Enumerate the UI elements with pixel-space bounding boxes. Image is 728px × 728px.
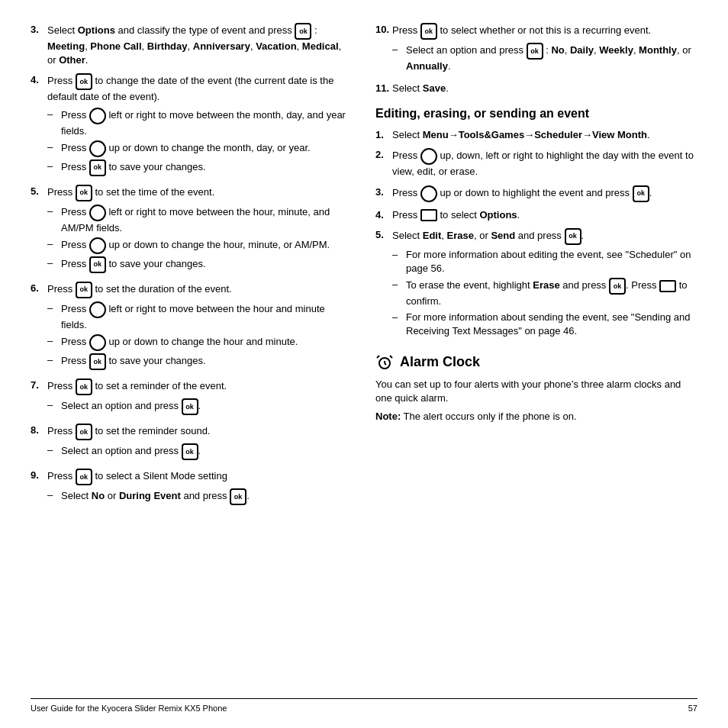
sub-content: Press up or down to change the hour and …: [61, 334, 353, 351]
sub-list-5: – Press left or right to move between th…: [47, 205, 353, 273]
item-num-3: 3.: [31, 23, 47, 67]
dash: –: [47, 353, 61, 367]
list-item-7: 7. Press ok to set a reminder of the eve…: [31, 378, 353, 417]
sub-item-9-1: – Select No or During Event and press ok…: [47, 488, 353, 505]
item-content-7: Press ok to set a reminder of the event.…: [47, 378, 353, 417]
editing-item-3: 3. Press up or down to highlight the eve…: [375, 185, 697, 202]
item-num-10: 10.: [375, 23, 392, 76]
left-main-list: 3. Select Options and classify the type …: [31, 23, 353, 507]
footer-left: User Guide for the Kyocera Slider Remix …: [31, 704, 227, 713]
sub-content: To erase the event, highlight Erase and …: [406, 278, 697, 308]
ok-button-icon: ok: [182, 443, 198, 460]
sub-item-e5-2: – To erase the event, highlight Erase an…: [392, 278, 697, 308]
page: 3. Select Options and classify the type …: [0, 0, 728, 728]
nav-button-icon: [89, 237, 106, 254]
item-content-10: Press ok to select whether or not this i…: [392, 23, 697, 76]
list-item-4: 4. Press ok to change the date of the ev…: [31, 73, 353, 178]
sub-content: Select No or During Event and press ok.: [61, 488, 353, 505]
item-content-5: Press ok to set the time of the event. –…: [47, 185, 353, 275]
bold-menu: Menu→Tools&Games→Scheduler→View Month: [423, 129, 647, 140]
editing-item-2: 2. Press up, down, left or right to high…: [375, 148, 697, 179]
sub-list-4: – Press left or right to move between th…: [47, 108, 353, 176]
sub-item-4-3: – Press ok to save your changes.: [47, 159, 353, 176]
ok-button-icon: ok: [609, 278, 626, 295]
bold-weekly: Weekly: [599, 44, 633, 56]
right-column: 10. Press ok to select whether or not th…: [375, 23, 697, 683]
bold-during-event: During Event: [119, 491, 181, 502]
dash: –: [47, 205, 61, 218]
sub-item-5-2: – Press up or down to change the hour, m…: [47, 237, 353, 254]
ok-button-icon: ok: [76, 378, 92, 395]
item-content-e2: Press up, down, left or right to highlig…: [392, 148, 697, 179]
dash: –: [47, 237, 61, 251]
nav-button-icon: [89, 334, 106, 351]
dash: –: [47, 301, 61, 315]
bold-send: Send: [491, 230, 515, 241]
item-num-e1: 1.: [375, 128, 392, 142]
sub-content: Press up or down to change the hour, min…: [61, 237, 353, 254]
sub-item-6-2: – Press up or down to change the hour an…: [47, 334, 353, 351]
item-content-e3: Press up or down to highlight the event …: [392, 185, 697, 202]
bold-erase: Erase: [447, 230, 474, 241]
sub-content: Press left or right to move between the …: [61, 108, 353, 138]
ok-button-icon: ok: [633, 185, 649, 202]
note-text: The alert occurs only if the phone is on…: [404, 411, 577, 422]
sub-item-5-1: – Press left or right to move between th…: [47, 205, 353, 235]
item-num-e3: 3.: [375, 185, 392, 202]
note-label: Note:: [375, 411, 401, 422]
ok-button-icon: ok: [295, 23, 311, 40]
ok-button-icon: ok: [230, 488, 246, 505]
bold-erase2: Erase: [533, 280, 559, 292]
right-main-list: 10. Press ok to select whether or not th…: [375, 23, 697, 95]
bold-save: Save: [423, 82, 446, 94]
item-content-3: Select Options and classify the type of …: [47, 23, 353, 67]
left-column: 3. Select Options and classify the type …: [31, 23, 353, 683]
list-item-9: 9. Press ok to select a Silent Mode sett…: [31, 469, 353, 507]
nav-button-icon: [89, 205, 106, 221]
item-num-e5: 5.: [375, 228, 392, 341]
list-item-6: 6. Press ok to set the duration of the e…: [31, 282, 353, 372]
nav-button-icon: [420, 185, 437, 202]
sub-item-5-3: – Press ok to save your changes.: [47, 256, 353, 273]
soft-button-icon: [420, 209, 437, 221]
bold-no2: No: [551, 44, 564, 56]
item-content-e5: Select Edit, Erase, or Send and press ok…: [392, 228, 697, 341]
ok-button-icon: ok: [565, 228, 581, 245]
bold-edit: Edit: [423, 230, 442, 241]
item-num-e4: 4.: [375, 208, 392, 222]
dash: –: [47, 159, 61, 173]
item-content-e4: Press to select Options.: [392, 208, 697, 222]
editing-item-4: 4. Press to select Options.: [375, 208, 697, 222]
svg-line-2: [385, 363, 386, 365]
item-content-4: Press ok to change the date of the event…: [47, 73, 353, 178]
bold-anniversary: Anniversary: [193, 40, 250, 52]
item-content-8: Press ok to set the reminder sound. – Se…: [47, 424, 353, 462]
nav-button-icon: [89, 301, 106, 318]
item-num-7: 7.: [31, 378, 47, 417]
sub-content: Select an option and press ok.: [61, 443, 353, 460]
sub-content: Press left or right to move between the …: [61, 205, 353, 235]
footer-right: 57: [688, 704, 697, 713]
item-num-11: 11.: [375, 82, 392, 95]
sub-list-10: – Select an option and press ok : No, Da…: [392, 43, 697, 73]
sub-content: Press ok to save your changes.: [61, 256, 353, 273]
sub-content: Select an option and press ok : No, Dail…: [406, 43, 697, 73]
editing-item-5: 5. Select Edit, Erase, or Send and press…: [375, 228, 697, 341]
list-item-11: 11. Select Save.: [375, 82, 697, 95]
item-num-4: 4.: [31, 73, 47, 178]
bold-other: Other: [59, 54, 85, 66]
nav-button-icon: [89, 108, 106, 124]
sub-list-6: – Press left or right to move between th…: [47, 301, 353, 370]
alarm-body: You can set up to four alerts with your …: [375, 378, 697, 405]
alarm-note: Note: The alert occurs only if the phone…: [375, 410, 697, 424]
dash: –: [47, 256, 61, 270]
bold-medical: Medical: [302, 40, 339, 52]
ok-button-icon: ok: [89, 353, 106, 370]
ok-button-icon: ok: [76, 282, 92, 298]
bold-phonecall: Phone Call: [90, 40, 141, 52]
sub-list-9: – Select No or During Event and press ok…: [47, 488, 353, 505]
content-area: 3. Select Options and classify the type …: [31, 23, 697, 683]
bold-daily: Daily: [570, 44, 594, 56]
item-num-9: 9.: [31, 469, 47, 507]
list-item-8: 8. Press ok to set the reminder sound. –…: [31, 424, 353, 462]
